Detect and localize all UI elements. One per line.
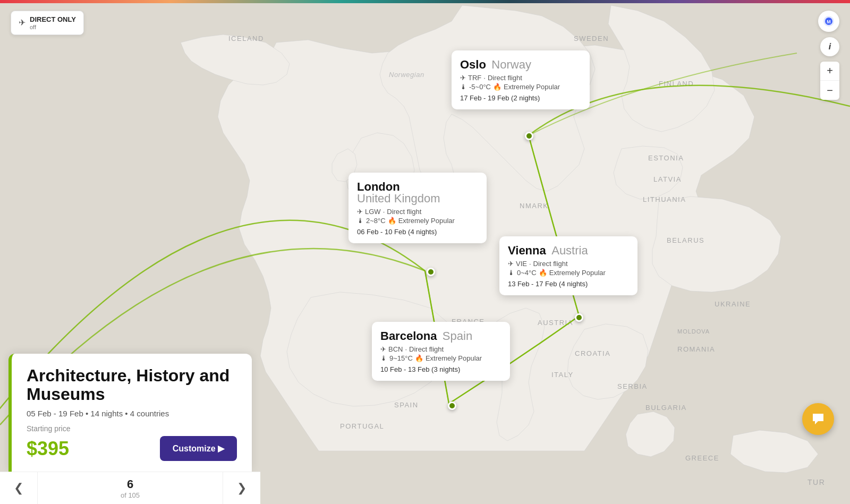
- oslo-dot: [525, 132, 533, 140]
- london-airport: ✈ LGW · Direct flight: [357, 208, 478, 216]
- mapbox-icon: M: [823, 15, 835, 27]
- trip-bottom: $395 Customize ▶: [27, 436, 237, 461]
- direct-only-label: DIRECT ONLY: [30, 15, 76, 24]
- barcelona-city: Barcelona: [380, 329, 437, 343]
- london-country: United Kingdom: [357, 192, 478, 206]
- barcelona-country: Spain: [443, 329, 472, 343]
- svg-text:M: M: [827, 19, 831, 24]
- oslo-city: Oslo: [460, 58, 486, 71]
- barcelona-airport: ✈ BCN · Direct flight: [380, 345, 502, 353]
- barcelona-popup: Barcelona Spain ✈ BCN · Direct flight 🌡 …: [372, 322, 510, 381]
- zoom-controls: + −: [820, 62, 839, 100]
- chat-button[interactable]: [802, 403, 834, 435]
- oslo-airport: ✈ TRF · Direct flight: [460, 74, 581, 82]
- london-popup: London United Kingdom ✈ LGW · Direct fli…: [348, 173, 487, 243]
- trip-price-label: Starting price: [27, 424, 237, 433]
- oslo-country: Norway: [491, 58, 531, 71]
- pagination-total: of 105: [121, 491, 140, 499]
- top-gradient-bar: [0, 0, 850, 3]
- zoom-in-button[interactable]: +: [820, 62, 839, 81]
- info-button[interactable]: i: [820, 37, 839, 56]
- oslo-popup: Oslo Norway ✈ TRF · Direct flight 🌡 -5~0…: [452, 50, 590, 109]
- airplane-icon: ✈: [19, 18, 26, 28]
- london-dates: 06 Feb - 10 Feb (4 nights): [357, 228, 478, 236]
- pagination-current: 6: [38, 477, 223, 491]
- prev-button[interactable]: ❮: [0, 472, 37, 504]
- next-button[interactable]: ❯: [223, 472, 260, 504]
- vienna-airport: ✈ VIE · Direct flight: [508, 260, 629, 268]
- trip-dates: 05 Feb - 19 Feb • 14 nights • 4 countrie…: [27, 409, 237, 418]
- vienna-country: Austria: [551, 244, 588, 257]
- trip-price: $395: [27, 438, 69, 460]
- vienna-dot: [575, 313, 583, 322]
- london-dot: [427, 268, 435, 276]
- direct-only-toggle[interactable]: ✈ DIRECT ONLY off: [11, 11, 84, 35]
- vienna-dates: 13 Feb - 17 Feb (4 nights): [508, 280, 629, 288]
- info-icon: i: [829, 42, 831, 52]
- mapbox-logo: M: [818, 11, 839, 32]
- vienna-popup: Vienna Austria ✈ VIE · Direct flight 🌡 0…: [499, 236, 638, 295]
- pagination: ❮ 6 of 105 ❯: [0, 472, 260, 504]
- london-weather: 🌡 2~8°C 🔥 Extremely Popular: [357, 217, 478, 225]
- pagination-info: 6 of 105: [38, 477, 223, 499]
- trip-title: Architecture, History and Museums: [27, 366, 237, 404]
- barcelona-dates: 10 Feb - 13 Feb (3 nights): [380, 365, 502, 373]
- barcelona-dot: [448, 402, 456, 410]
- barcelona-weather: 🌡 9~15°C 🔥 Extremely Popular: [380, 354, 502, 362]
- chat-icon: [811, 412, 826, 426]
- oslo-dates: 17 Feb - 19 Feb (2 nights): [460, 94, 581, 102]
- zoom-out-button[interactable]: −: [820, 81, 839, 100]
- trip-card: Architecture, History and Museums 05 Feb…: [8, 354, 252, 472]
- left-panel: Architecture, History and Museums 05 Feb…: [0, 354, 260, 504]
- vienna-city: Vienna: [508, 244, 546, 257]
- direct-only-status: off: [30, 24, 76, 30]
- oslo-weather: 🌡 -5~0°C 🔥 Extremely Popular: [460, 83, 581, 91]
- customize-button[interactable]: Customize ▶: [160, 436, 237, 461]
- vienna-weather: 🌡 0~4°C 🔥 Extremely Popular: [508, 269, 629, 277]
